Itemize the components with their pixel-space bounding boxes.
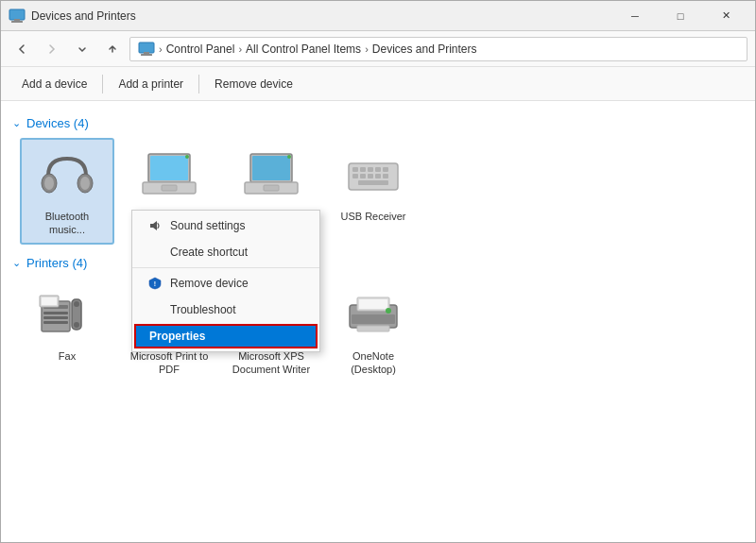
breadcrumb-sep-3: ›	[365, 43, 369, 55]
svg-rect-32	[383, 174, 388, 178]
onenote-printer-icon	[343, 285, 404, 346]
forward-button[interactable]	[39, 36, 65, 62]
printer-item-onenote[interactable]: OneNote (Desktop)	[326, 278, 421, 384]
close-button[interactable]: ✕	[704, 1, 747, 31]
context-shortcut-label: Create shortcut	[170, 246, 248, 259]
printers-grid: Fax Microsoft	[12, 278, 744, 384]
svg-point-21	[287, 155, 291, 159]
context-properties[interactable]: Properties	[134, 324, 318, 348]
svg-rect-23	[352, 167, 358, 172]
context-create-shortcut[interactable]: Create shortcut	[132, 239, 319, 265]
svg-rect-5	[144, 52, 149, 54]
devices-toggle-icon: ⌄	[12, 117, 21, 129]
toolbar-sep-1	[102, 75, 103, 93]
title-bar-controls: ─ □ ✕	[613, 1, 747, 31]
context-menu-sep	[132, 267, 319, 268]
svg-rect-28	[352, 174, 358, 178]
svg-rect-0	[9, 9, 25, 20]
devices-grid: Bluetooth music...	[12, 138, 744, 245]
svg-rect-27	[383, 167, 388, 172]
svg-rect-4	[141, 54, 152, 56]
abh-icon	[241, 145, 301, 206]
troubleshoot-icon	[147, 302, 163, 317]
context-sound-settings[interactable]: Sound settings	[132, 212, 319, 239]
context-properties-label: Properties	[149, 330, 205, 343]
add-printer-button[interactable]: Add a printer	[109, 74, 193, 94]
minimize-button[interactable]: ─	[613, 1, 657, 31]
devices-section-header[interactable]: ⌄ Devices (4)	[12, 116, 744, 130]
breadcrumb-control-panel[interactable]: Control Panel	[166, 42, 235, 56]
svg-rect-13	[150, 156, 188, 180]
printers-section-header[interactable]: ⌄ Printers (4)	[12, 256, 744, 270]
fax-label: Fax	[59, 349, 76, 363]
svg-rect-29	[360, 174, 366, 178]
svg-rect-33	[358, 180, 388, 185]
breadcrumb-all-items[interactable]: All Control Panel Items	[246, 42, 361, 56]
svg-point-43	[74, 322, 79, 328]
shield-warning-icon: !	[147, 276, 163, 291]
shortcut-icon	[147, 245, 163, 260]
svg-rect-60	[352, 314, 395, 324]
svg-rect-36	[43, 312, 68, 314]
svg-point-10	[44, 177, 54, 190]
device-item-usb-receiver[interactable]: USB Receiver	[326, 138, 421, 245]
svg-rect-20	[264, 185, 279, 191]
svg-rect-38	[43, 321, 68, 324]
printers-toggle-icon: ⌄	[12, 257, 21, 269]
fax-icon	[37, 285, 97, 346]
svg-rect-31	[375, 174, 381, 178]
title-bar-title: Devices and Printers	[31, 9, 136, 23]
laptop-icon	[139, 145, 199, 206]
devices-section-title: Devices (4)	[26, 116, 89, 130]
device-item-bluetooth[interactable]: Bluetooth music...	[20, 138, 114, 245]
printers-section-title: Printers (4)	[26, 256, 87, 270]
bluetooth-label: Bluetooth music...	[27, 210, 107, 237]
pdf-printer-label: Microsoft Print to PDF	[129, 349, 209, 377]
context-remove-label: Remove device	[170, 277, 249, 290]
svg-rect-24	[360, 167, 366, 172]
context-remove-device[interactable]: ! Remove device	[132, 270, 319, 297]
context-menu: Sound settings Create shortcut ! Remove …	[131, 210, 320, 352]
up-button[interactable]	[99, 36, 126, 62]
dropdown-button[interactable]	[69, 36, 95, 62]
nav-bar: › Control Panel › All Control Panel Item…	[1, 31, 755, 67]
svg-point-11	[80, 177, 90, 190]
xps-printer-label: Microsoft XPS Document Writer	[232, 349, 311, 377]
svg-rect-40	[42, 297, 57, 305]
svg-point-42	[74, 301, 79, 307]
svg-rect-61	[357, 326, 389, 331]
svg-rect-26	[375, 167, 381, 172]
breadcrumb-current: Devices and Printers	[372, 42, 477, 56]
svg-point-59	[386, 308, 391, 314]
breadcrumb-sep-1: ›	[159, 43, 163, 55]
svg-point-16	[185, 155, 189, 159]
sound-icon	[147, 218, 163, 233]
title-bar: Devices and Printers ─ □ ✕	[1, 1, 755, 31]
svg-rect-2	[14, 19, 20, 21]
printer-item-fax[interactable]: Fax	[20, 278, 114, 384]
bluetooth-icon	[37, 145, 97, 206]
title-bar-icon	[9, 8, 26, 24]
svg-rect-15	[162, 185, 177, 191]
context-troubleshoot[interactable]: Troubleshoot	[132, 297, 319, 323]
usb-receiver-label: USB Receiver	[340, 210, 405, 223]
svg-rect-18	[252, 156, 290, 180]
address-bar[interactable]: › Control Panel › All Control Panel Item…	[129, 37, 747, 61]
remove-device-button[interactable]: Remove device	[205, 74, 302, 94]
context-troubleshoot-label: Troubleshoot	[170, 303, 236, 316]
svg-rect-58	[359, 299, 387, 309]
back-button[interactable]	[9, 36, 35, 62]
toolbar: Add a device Add a printer Remove device	[1, 67, 755, 101]
maximize-button[interactable]: □	[659, 1, 702, 31]
onenote-printer-label: OneNote (Desktop)	[334, 349, 413, 377]
add-device-button[interactable]: Add a device	[12, 74, 96, 94]
svg-rect-3	[139, 42, 154, 53]
breadcrumb-sep-2: ›	[238, 43, 242, 55]
content-area: ⌄ Devices (4) Bluetooth music...	[1, 101, 755, 543]
svg-rect-25	[368, 167, 373, 172]
svg-text:!: !	[154, 280, 156, 287]
context-sound-label: Sound settings	[170, 219, 245, 232]
toolbar-sep-2	[198, 75, 199, 93]
svg-rect-37	[43, 316, 68, 319]
svg-rect-1	[11, 21, 23, 23]
